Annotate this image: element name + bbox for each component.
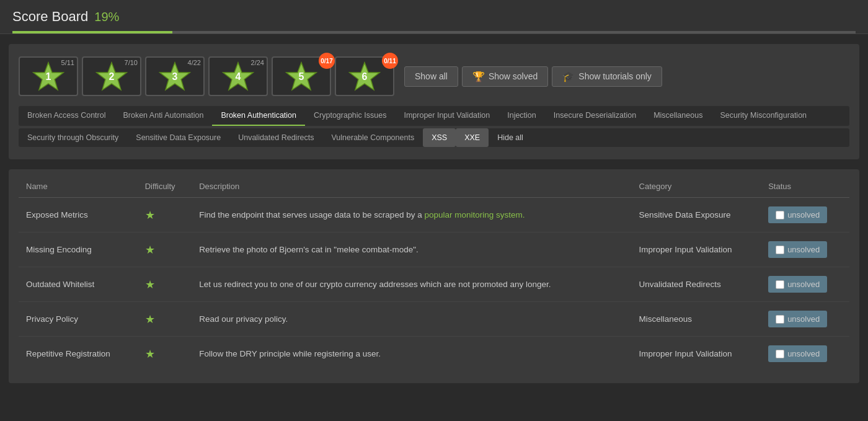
challenge-name: Exposed Metrics	[19, 198, 138, 233]
challenge-category: Improper Input Validation	[632, 337, 761, 371]
star-6-bubble: 0/11	[382, 53, 398, 69]
star-badge-2[interactable]: 7/10 2	[82, 56, 141, 96]
header-title-row: Score Board 19%	[12, 9, 856, 25]
star-badge-3[interactable]: 4/22 3	[145, 56, 205, 96]
filter-broken-anti-automation[interactable]: Broken Anti Automation	[114, 106, 212, 126]
filter-injection[interactable]: Injection	[498, 106, 545, 126]
star-badge-1[interactable]: 5/11 1	[19, 56, 78, 96]
status-button[interactable]: unsolved	[768, 276, 827, 293]
filter-improper-input-validation[interactable]: Improper Input Validation	[395, 106, 498, 126]
header: Score Board 19%	[0, 0, 868, 34]
score-percent: 19%	[94, 10, 119, 24]
difficulty-star: ★	[145, 313, 155, 326]
challenge-difficulty: ★	[138, 337, 192, 371]
star-badge-4[interactable]: 2/24 4	[208, 56, 268, 96]
svg-text:4: 4	[236, 71, 241, 82]
table-row: Privacy Policy ★ Read our privacy policy…	[19, 302, 849, 337]
svg-text:1: 1	[46, 71, 51, 82]
challenge-difficulty: ★	[138, 267, 192, 302]
status-button[interactable]: unsolved	[768, 345, 827, 362]
filter-xss[interactable]: XSS	[423, 128, 456, 147]
challenge-status: unsolved	[761, 337, 849, 371]
svg-text:3: 3	[172, 71, 178, 82]
star-5-bubble: 0/17	[319, 53, 335, 69]
show-all-button[interactable]: Show all	[404, 66, 458, 87]
challenge-description: Let us redirect you to one of our crypto…	[192, 267, 631, 302]
challenge-category: Sensitive Data Exposure	[632, 198, 761, 233]
table-row: Missing Encoding ★ Retrieve the photo of…	[19, 233, 849, 267]
challenge-difficulty: ★	[138, 233, 192, 267]
challenge-status: unsolved	[761, 233, 849, 267]
challenge-description: Read our privacy policy.	[192, 302, 631, 337]
progress-bar-fill	[12, 31, 172, 33]
show-tutorials-button[interactable]: 🎓 Show tutorials only	[552, 66, 662, 87]
challenge-status: unsolved	[761, 267, 849, 302]
show-tutorials-label: Show tutorials only	[578, 71, 652, 81]
star-count-2: 7/10	[125, 59, 138, 66]
filter-row-2: Security through Obscurity Sensitive Dat…	[19, 128, 849, 147]
star-icon-5: 5	[285, 60, 317, 92]
status-checkbox-icon	[776, 350, 784, 358]
view-buttons: Show all 🏆 Show solved 🎓 Show tutorials …	[404, 66, 662, 87]
challenge-description: Retrieve the photo of Bjoern's cat in "m…	[192, 233, 631, 267]
hide-all-button[interactable]: Hide all	[489, 128, 532, 147]
score-section: 5/11 1 7/10 2 4/22 3 2/24	[9, 44, 859, 159]
status-checkbox-icon	[776, 315, 784, 324]
filter-security-misconfiguration[interactable]: Security Misconfiguration	[711, 106, 815, 126]
filter-xxe[interactable]: XXE	[456, 128, 489, 147]
description-link[interactable]: popular monitoring system.	[424, 210, 525, 219]
filter-row-1: Broken Access Control Broken Anti Automa…	[19, 106, 849, 126]
challenge-name: Repetitive Registration	[19, 337, 138, 371]
table-row: Outdated Whitelist ★ Let us redirect you…	[19, 267, 849, 302]
filter-security-through-obscurity[interactable]: Security through Obscurity	[19, 128, 127, 147]
svg-text:2: 2	[109, 71, 115, 82]
table-header: Name Difficulty Description Category Sta…	[19, 175, 849, 198]
col-difficulty: Difficulty	[138, 175, 192, 198]
filter-broken-authentication[interactable]: Broken Authentication	[212, 106, 305, 126]
graduation-icon: 🎓	[562, 71, 575, 82]
table-row: Repetitive Registration ★ Follow the DRY…	[19, 337, 849, 371]
stars-row: 5/11 1 7/10 2 4/22 3 2/24	[19, 56, 849, 96]
challenge-status: unsolved	[761, 302, 849, 337]
challenge-category: Miscellaneous	[632, 302, 761, 337]
col-name: Name	[19, 175, 138, 198]
filter-sensitive-data-exposure[interactable]: Sensitive Data Exposure	[127, 128, 229, 147]
challenge-name: Outdated Whitelist	[19, 267, 138, 302]
challenge-status: unsolved	[761, 198, 849, 233]
show-solved-button[interactable]: 🏆 Show solved	[462, 66, 548, 87]
difficulty-star: ★	[145, 278, 155, 291]
status-checkbox-icon	[776, 211, 784, 219]
filter-cryptographic-issues[interactable]: Cryptographic Issues	[305, 106, 395, 126]
difficulty-star: ★	[145, 244, 155, 256]
challenge-description: Follow the DRY principle while registeri…	[192, 337, 631, 371]
challenge-description: Find the endpoint that serves usage data…	[192, 198, 631, 233]
difficulty-star: ★	[145, 209, 155, 221]
star-icon-2: 2	[95, 60, 128, 92]
show-all-label: Show all	[415, 71, 448, 81]
star-badge-5[interactable]: 0/17 5	[272, 56, 331, 96]
table-section: Name Difficulty Description Category Sta…	[9, 169, 859, 383]
star-count-4: 2/24	[251, 59, 264, 66]
status-button[interactable]: unsolved	[768, 241, 827, 258]
table-row: Exposed Metrics ★ Find the endpoint that…	[19, 198, 849, 233]
star-icon-4: 4	[222, 60, 254, 92]
status-button[interactable]: unsolved	[768, 311, 827, 327]
challenge-name: Privacy Policy	[19, 302, 138, 337]
challenge-category: Improper Input Validation	[632, 233, 761, 267]
star-icon-6: 6	[348, 60, 381, 92]
table-body: Exposed Metrics ★ Find the endpoint that…	[19, 198, 849, 371]
col-description: Description	[192, 175, 631, 198]
svg-text:5: 5	[299, 71, 304, 82]
filter-vulnerable-components[interactable]: Vulnerable Components	[322, 128, 423, 147]
filter-unvalidated-redirects[interactable]: Unvalidated Redirects	[229, 128, 322, 147]
status-button[interactable]: unsolved	[768, 206, 827, 223]
filter-miscellaneous[interactable]: Miscellaneous	[645, 106, 711, 126]
filter-broken-access-control[interactable]: Broken Access Control	[19, 106, 114, 126]
challenge-category: Unvalidated Redirects	[632, 267, 761, 302]
filter-insecure-deserialization[interactable]: Insecure Deserialization	[545, 106, 645, 126]
challenge-name: Missing Encoding	[19, 233, 138, 267]
star-badge-6[interactable]: 0/11 6	[335, 56, 394, 96]
page-title: Score Board	[12, 9, 88, 25]
difficulty-star: ★	[145, 348, 155, 360]
star-count-3: 4/22	[188, 59, 201, 66]
